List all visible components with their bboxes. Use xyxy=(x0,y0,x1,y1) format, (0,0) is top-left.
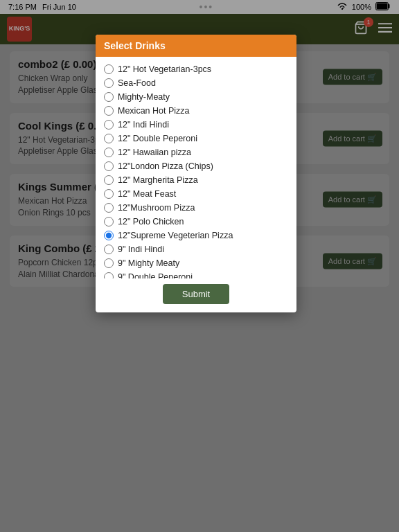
radio-label: 12" Meat Feast xyxy=(118,189,176,199)
radio-input[interactable] xyxy=(104,64,114,74)
radio-label: 12"London Pizza (Chips) xyxy=(118,161,213,171)
radio-option[interactable]: 12"Mushroom Pizza xyxy=(104,201,288,215)
radio-option[interactable]: 9" Indi Hindi xyxy=(104,242,288,256)
radio-input[interactable] xyxy=(104,189,114,199)
submit-button[interactable]: Submit xyxy=(163,284,229,304)
radio-option[interactable]: 12" Hot Vegetarian-3pcs xyxy=(104,62,288,76)
radio-input[interactable] xyxy=(104,217,114,227)
radio-option[interactable]: 12"Supreme Vegeterian Pizza xyxy=(104,229,288,242)
radio-label: 9" Double Peperoni xyxy=(118,272,193,278)
radio-input[interactable] xyxy=(104,245,114,254)
radio-option[interactable]: Mighty-Meaty xyxy=(104,90,288,104)
radio-input[interactable] xyxy=(104,120,114,130)
radio-option[interactable]: 12" Meat Feast xyxy=(104,187,288,201)
radio-label: 12" Indi Hindi xyxy=(118,120,169,130)
radio-option[interactable]: 12" Double Peperoni xyxy=(104,132,288,145)
dialog-title: Select Drinks xyxy=(96,35,296,57)
radio-option[interactable]: Sea-Food xyxy=(104,76,288,90)
radio-label: 9" Mighty Meaty xyxy=(118,258,179,268)
radio-input[interactable] xyxy=(104,203,114,213)
select-drinks-dialog: Select Drinks 12" Hot Vegetarian-3pcsSea… xyxy=(96,35,296,312)
radio-option[interactable]: 9" Mighty Meaty xyxy=(104,256,288,270)
radio-option[interactable]: Mexican Hot Pizza xyxy=(104,104,288,118)
radio-option[interactable]: 12" Hawaiian pizza xyxy=(104,145,288,159)
radio-input[interactable] xyxy=(104,272,114,278)
dialog-footer: Submit xyxy=(96,278,296,312)
radio-option[interactable]: 12" Indi Hindi xyxy=(104,118,288,132)
radio-input[interactable] xyxy=(104,231,114,240)
radio-label: 12" Hawaiian pizza xyxy=(118,148,191,157)
radio-option[interactable]: 12" Polo Chicken xyxy=(104,215,288,229)
radio-label: 9" Indi Hindi xyxy=(118,245,164,254)
radio-label: Mighty-Meaty xyxy=(118,92,170,102)
radio-input[interactable] xyxy=(104,92,114,102)
radio-input[interactable] xyxy=(104,148,114,157)
radio-label: 12" Margherita Pizza xyxy=(118,175,198,185)
radio-label: 12"Mushroom Pizza xyxy=(118,203,195,213)
radio-label: Mexican Hot Pizza xyxy=(118,106,190,116)
radio-input[interactable] xyxy=(104,78,114,88)
radio-input[interactable] xyxy=(104,175,114,185)
radio-label: 12" Hot Vegetarian-3pcs xyxy=(118,64,211,74)
radio-label: 12"Supreme Vegeterian Pizza xyxy=(118,231,233,240)
radio-option[interactable]: 12" Margherita Pizza xyxy=(104,173,288,187)
radio-option[interactable]: 9" Double Peperoni xyxy=(104,270,288,278)
radio-input[interactable] xyxy=(104,106,114,116)
radio-input[interactable] xyxy=(104,134,114,143)
radio-label: Sea-Food xyxy=(118,78,156,88)
radio-input[interactable] xyxy=(104,161,114,171)
radio-label: 12" Double Peperoni xyxy=(118,134,197,143)
radio-option[interactable]: 12"London Pizza (Chips) xyxy=(104,159,288,173)
dialog-body: 12" Hot Vegetarian-3pcsSea-FoodMighty-Me… xyxy=(96,57,296,278)
radio-label: 12" Polo Chicken xyxy=(118,217,184,227)
radio-input[interactable] xyxy=(104,258,114,268)
